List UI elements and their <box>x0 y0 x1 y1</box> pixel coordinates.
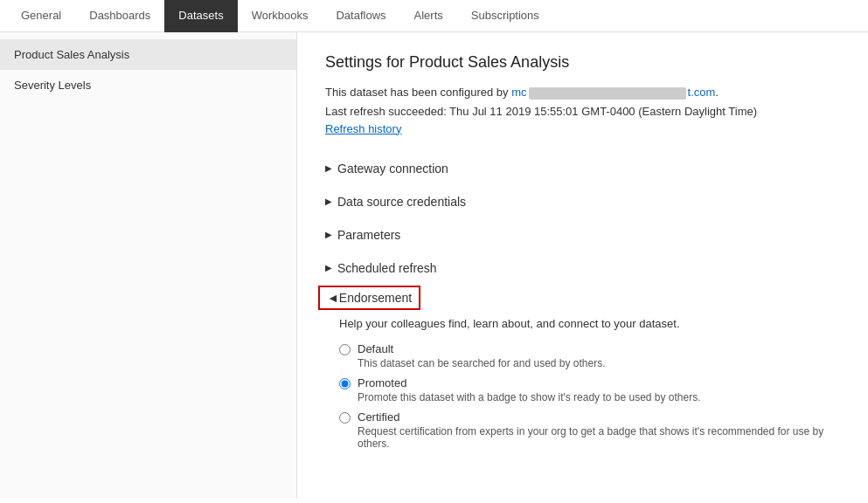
radio-desc-certified: Request certification from experts in yo… <box>358 425 840 450</box>
nav-tab-alerts[interactable]: Alerts <box>400 0 457 32</box>
radio-default[interactable] <box>339 344 351 355</box>
endorsement-label: Endorsement <box>339 291 412 305</box>
accordion-header-gateway[interactable]: ▶Gateway connection <box>325 153 840 184</box>
accordion-header-datasource[interactable]: ▶Data source credentials <box>325 186 840 217</box>
config-email[interactable]: mct.com <box>511 86 715 99</box>
refresh-history-link[interactable]: Refresh history <box>325 122 401 135</box>
endorsement-header-box[interactable]: ◄ Endorsement <box>318 286 420 310</box>
radio-option-default: DefaultThis dataset can be searched for … <box>339 342 840 369</box>
radio-option-certified: CertifiedRequest certification from expe… <box>339 410 840 450</box>
endorsement-content: Help your colleagues find, learn about, … <box>325 310 840 450</box>
accordion-parameters: ▶Parameters <box>325 219 840 251</box>
accordion-sections: ▶Gateway connection▶Data source credenti… <box>325 153 840 284</box>
endorsement-desc: Help your colleagues find, learn about, … <box>339 317 840 330</box>
config-prefix: This dataset has been configured by <box>325 86 511 99</box>
arrow-datasource: ▶ <box>325 196 332 206</box>
radio-desc-default: This dataset can be searched for and use… <box>358 357 606 369</box>
arrow-scheduled: ▶ <box>325 263 332 272</box>
radio-label-promoted: Promoted <box>358 376 701 389</box>
page-title: Settings for Product Sales Analysis <box>325 53 840 72</box>
accordion-header-parameters[interactable]: ▶Parameters <box>325 219 840 251</box>
sidebar-item-product-sales[interactable]: Product Sales Analysis <box>0 39 296 70</box>
radio-label-certified: Certified <box>358 410 840 424</box>
radio-promoted[interactable] <box>339 378 351 389</box>
sidebar-item-severity-levels[interactable]: Severity Levels <box>0 70 296 100</box>
arrow-parameters: ▶ <box>325 230 332 239</box>
nav-tab-general[interactable]: General <box>7 0 75 32</box>
arrow-gateway: ▶ <box>325 163 332 173</box>
nav-tab-dashboards[interactable]: Dashboards <box>75 0 164 32</box>
endorsement-arrow: ◄ <box>327 291 339 305</box>
sidebar: Product Sales AnalysisSeverity Levels <box>0 32 297 499</box>
nav-tab-dataflows[interactable]: Dataflows <box>322 0 399 32</box>
accordion-header-scheduled[interactable]: ▶Scheduled refresh <box>325 252 840 284</box>
nav-tab-workbooks[interactable]: Workbooks <box>238 0 323 32</box>
radio-certified[interactable] <box>339 412 351 424</box>
accordion-datasource: ▶Data source credentials <box>325 186 840 217</box>
accordion-scheduled: ▶Scheduled refresh <box>325 252 840 284</box>
radio-desc-promoted: Promote this dataset with a badge to sho… <box>358 391 701 403</box>
endorsement-radio-group: DefaultThis dataset can be searched for … <box>339 342 840 450</box>
main-layout: Product Sales AnalysisSeverity Levels Se… <box>0 32 868 499</box>
radio-option-promoted: PromotedPromote this dataset with a badg… <box>339 376 840 403</box>
content-area: Settings for Product Sales Analysis This… <box>297 32 868 499</box>
nav-tab-datasets[interactable]: Datasets <box>164 0 237 32</box>
config-info: This dataset has been configured by mct.… <box>325 86 840 100</box>
endorsement-section: ◄ Endorsement <box>325 286 840 310</box>
radio-label-default: Default <box>358 342 606 355</box>
accordion-gateway: ▶Gateway connection <box>325 153 840 184</box>
refresh-info: Last refresh succeeded: Thu Jul 11 2019 … <box>325 105 840 118</box>
top-navigation: GeneralDashboardsDatasetsWorkbooksDatafl… <box>0 0 868 32</box>
nav-tab-subscriptions[interactable]: Subscriptions <box>457 0 553 32</box>
